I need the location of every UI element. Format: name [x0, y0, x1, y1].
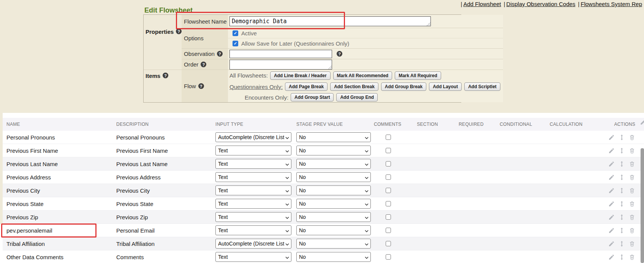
table-row: Previous First NamePrevious First NameTe… [3, 144, 644, 157]
move-row-icon[interactable] [619, 254, 625, 260]
stage-prev-value-select[interactable]: No [296, 239, 371, 249]
item-description: Previous Address [112, 174, 212, 181]
comments-checkbox[interactable] [386, 254, 391, 260]
stage-prev-value-select[interactable]: No [296, 132, 371, 142]
resize-grip-icon[interactable] [427, 22, 430, 26]
stage-prev-value-select[interactable]: No [296, 146, 371, 155]
observation-label-help-icon[interactable]: ? [217, 51, 223, 57]
stage-prev-value-select[interactable]: No [296, 185, 371, 195]
comments-checkbox[interactable] [386, 201, 391, 206]
active-checkbox[interactable] [233, 30, 238, 36]
stage-prev-value-select[interactable]: No [296, 199, 371, 209]
input-type-select[interactable]: Text [215, 225, 291, 235]
chevron-down-icon [364, 201, 369, 207]
vertical-scrollbar[interactable] [641, 148, 644, 263]
input-type-select[interactable]: Text [215, 252, 291, 262]
nav-link-flowsheets-system-rep[interactable]: Flowsheets System Rep [581, 1, 642, 7]
move-row-icon[interactable] [619, 174, 625, 181]
chevron-down-icon [284, 227, 289, 233]
stage-prev-value-cell: No [293, 172, 372, 182]
input-type-select[interactable]: Text [215, 146, 291, 155]
input-type-select[interactable]: Text [215, 185, 291, 195]
allow-save-checkbox[interactable] [233, 41, 238, 46]
column-header-calculation: CALCULATION [540, 122, 593, 127]
delete-icon[interactable] [629, 134, 635, 141]
edit-icon[interactable] [608, 241, 615, 247]
input-type-select[interactable]: Text [215, 159, 291, 169]
edit-icon[interactable] [608, 174, 615, 181]
items-help-icon[interactable]: ? [163, 73, 168, 78]
nav-link-display-observation-codes[interactable]: Display Observation Codes [506, 1, 576, 7]
order-help-icon[interactable]: ? [201, 62, 206, 67]
comments-checkbox[interactable] [386, 135, 391, 140]
mark-all-recommended-button[interactable]: Mark All Recommended [333, 71, 392, 80]
comments-checkbox[interactable] [386, 174, 391, 180]
delete-icon[interactable] [629, 241, 635, 247]
delete-icon[interactable] [629, 227, 635, 234]
column-header-input-type: INPUT TYPE [212, 122, 293, 127]
table-body: Personal PronounsPersonal PronounsAutoCo… [3, 131, 644, 263]
input-type-select[interactable]: Text [215, 212, 291, 222]
edit-icon[interactable] [608, 254, 615, 260]
comments-checkbox[interactable] [386, 148, 391, 153]
move-row-icon[interactable] [619, 201, 625, 207]
input-type-select[interactable]: Text [215, 172, 291, 182]
stage-prev-value-select[interactable]: No [296, 159, 371, 169]
edit-icon[interactable] [608, 227, 615, 234]
move-row-icon[interactable] [619, 241, 625, 247]
delete-icon[interactable] [629, 147, 635, 154]
comments-checkbox[interactable] [386, 228, 391, 233]
input-type-select[interactable]: Text [215, 199, 291, 209]
add-layout-button[interactable]: Add Layout [429, 82, 462, 91]
add-page-break-button[interactable]: Add Page Break [285, 82, 328, 91]
flow-help-icon[interactable]: ? [198, 83, 204, 89]
observation-input[interactable] [229, 50, 332, 58]
input-type-select[interactable]: AutoComplete (Discrete List) [215, 132, 291, 142]
move-row-icon[interactable] [619, 187, 625, 194]
stage-prev-value-select[interactable]: No [296, 252, 371, 262]
edit-icon[interactable] [608, 201, 615, 207]
add-group-end-button[interactable]: Add Group End [336, 93, 378, 101]
add-section-break-button[interactable]: Add Section Break [330, 82, 378, 91]
stage-prev-value-select[interactable]: No [296, 172, 371, 182]
edit-icon[interactable] [608, 147, 615, 154]
delete-icon[interactable] [629, 161, 635, 167]
edit-icon[interactable] [608, 134, 615, 141]
comments-cell [372, 241, 405, 246]
add-group-break-button[interactable]: Add Group Break [381, 82, 426, 91]
flowsheet-name-input[interactable]: Demographic Data [229, 16, 431, 26]
comments-checkbox[interactable] [386, 241, 391, 246]
edit-icon[interactable] [608, 187, 615, 194]
delete-icon[interactable] [629, 187, 635, 194]
order-input[interactable] [229, 60, 332, 70]
delete-icon[interactable] [629, 201, 635, 207]
delete-icon[interactable] [629, 254, 635, 260]
move-row-icon[interactable] [619, 227, 625, 234]
move-row-icon[interactable] [619, 214, 625, 220]
nav-link-add-flowsheet[interactable]: Add Flowsheet [463, 1, 501, 7]
resize-grip-icon[interactable] [328, 65, 332, 69]
comments-checkbox[interactable] [386, 214, 391, 220]
add-group-start-button[interactable]: Add Group Start [291, 93, 334, 101]
comments-checkbox[interactable] [386, 161, 391, 166]
move-row-icon[interactable] [619, 134, 625, 141]
observation-help-icon[interactable]: ? [337, 51, 342, 57]
add-line-break-header-button[interactable]: Add Line Break / Header [270, 71, 331, 80]
mark-all-required-button[interactable]: Mark All Required [395, 71, 441, 80]
move-row-icon[interactable] [619, 147, 625, 154]
chevron-down-icon [284, 161, 289, 167]
actions-cell [593, 174, 641, 181]
move-row-icon[interactable] [619, 161, 625, 167]
input-type-select[interactable]: AutoComplete (Discrete List) [215, 239, 291, 249]
properties-help-icon[interactable]: ? [176, 29, 182, 34]
delete-icon[interactable] [629, 214, 635, 220]
stage-prev-value-select[interactable]: No [296, 225, 371, 235]
edit-icon[interactable] [608, 161, 615, 167]
edit-icon[interactable] [608, 214, 615, 220]
delete-icon[interactable] [629, 174, 635, 181]
item-description-text: Comments [116, 254, 144, 260]
item-name-text: Other Data Comments [6, 254, 63, 260]
add-scriptlet-button[interactable]: Add Scriptlet [464, 82, 500, 91]
comments-checkbox[interactable] [386, 188, 391, 193]
stage-prev-value-select[interactable]: No [296, 212, 371, 222]
